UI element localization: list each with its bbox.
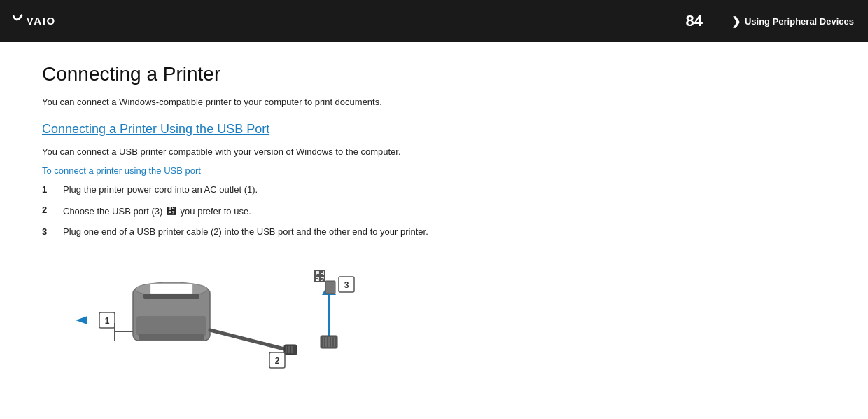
header-right: 84 ❯ Using Peripheral Devices bbox=[685, 11, 854, 32]
header-divider bbox=[717, 11, 718, 32]
page-number: 84 bbox=[685, 12, 702, 30]
main-content: Connecting a Printer You can connect a W… bbox=[0, 42, 868, 386]
diagram-area: 1 2 bbox=[42, 246, 826, 372]
step-2-number: 2 bbox=[42, 203, 63, 218]
arrow-icon: ❯ bbox=[732, 15, 741, 28]
svg-rect-4 bbox=[136, 316, 206, 336]
header-bar: VAIO 84 ❯ Using Peripheral Devices bbox=[0, 0, 868, 42]
steps-list: 1 Plug the printer power cord into an AC… bbox=[42, 183, 826, 239]
procedure-title: To connect a printer using the USB port bbox=[42, 165, 826, 176]
svg-marker-9 bbox=[76, 316, 99, 324]
step-1-number: 1 bbox=[42, 183, 63, 198]
svg-rect-6 bbox=[150, 284, 192, 294]
svg-rect-5 bbox=[139, 334, 204, 340]
svg-text:VAIO: VAIO bbox=[27, 15, 56, 27]
intro-paragraph: You can connect a Windows-compatible pri… bbox=[42, 95, 826, 109]
step-2: 2 Choose the USB port (3) ␧ you prefer t… bbox=[42, 203, 826, 219]
usb-icon: ␧ bbox=[167, 205, 176, 217]
svg-text:2: 2 bbox=[275, 356, 280, 366]
step-3-number: 3 bbox=[42, 225, 63, 240]
svg-text:3: 3 bbox=[344, 280, 349, 290]
step-1: 1 Plug the printer power cord into an AC… bbox=[42, 183, 826, 198]
usb-section-desc: You can connect a USB printer compatible… bbox=[42, 145, 826, 159]
svg-text:␧: ␧ bbox=[314, 270, 326, 284]
svg-line-12 bbox=[210, 330, 287, 350]
step-3: 3 Plug one end of a USB printer cable (2… bbox=[42, 225, 826, 240]
header-section-title: Using Peripheral Devices bbox=[745, 16, 854, 27]
step-3-text: Plug one end of a USB printer cable (2) … bbox=[63, 225, 826, 240]
step-2-text: Choose the USB port (3) ␧ you prefer to … bbox=[63, 203, 826, 219]
vaio-logo-area: VAIO bbox=[11, 11, 81, 31]
svg-rect-28 bbox=[326, 281, 335, 294]
svg-text:1: 1 bbox=[105, 316, 110, 326]
vaio-logo: VAIO bbox=[11, 11, 81, 31]
page-title: Connecting a Printer bbox=[42, 63, 826, 85]
connection-diagram: 1 2 bbox=[63, 246, 553, 372]
usb-section-title[interactable]: Connecting a Printer Using the USB Port bbox=[42, 122, 826, 137]
step-1-text: Plug the printer power cord into an AC o… bbox=[63, 183, 826, 198]
svg-rect-3 bbox=[144, 294, 200, 299]
